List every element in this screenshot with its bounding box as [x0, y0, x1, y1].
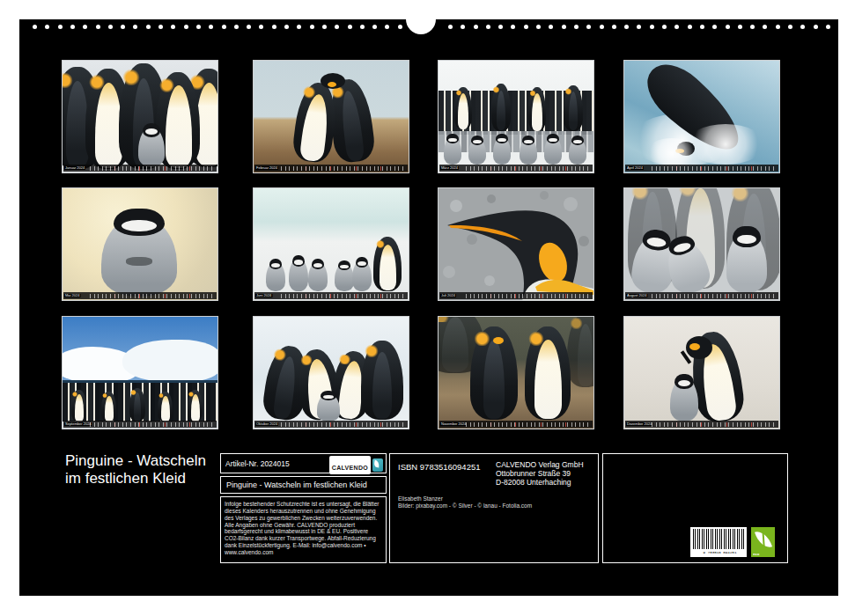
binding-hole: [461, 25, 465, 29]
binding-hole: [360, 25, 365, 29]
binding-hole: [297, 25, 301, 29]
calvendo-logo: CALVENDO: [329, 456, 383, 474]
photo-adult-leading-chicks: Juni 2024: [254, 188, 409, 300]
calvendo-logo-text: CALVENDO: [332, 465, 368, 471]
legal-text: Infolge bestehender Schutzrechte ist es …: [225, 501, 382, 556]
calvendo-logo-box: CALVENDO: [329, 456, 371, 474]
binding-hole: [96, 25, 100, 29]
binding-hole: [45, 25, 49, 29]
binding-hole: [763, 25, 767, 29]
eco-label: eco: [753, 553, 759, 556]
mini-calendar-month: September 2024: [64, 422, 92, 426]
publisher-address: CALVENDO Verlag GmbH Ottobrunner Straße …: [496, 460, 584, 487]
mini-calendar-strip: Juli 2024: [439, 292, 593, 299]
mini-calendar-strip: März 2024: [439, 165, 593, 172]
isbn-text: ISBN 9783516094251: [398, 462, 481, 472]
binding-hole: [247, 25, 251, 29]
binding-hole: [158, 25, 163, 29]
mini-calendar-strip: Februar 2024: [254, 165, 408, 172]
decorative-shape: [564, 85, 583, 131]
binding-hole: [108, 25, 113, 29]
binding-hole: [474, 25, 478, 29]
thumb-april: April 2024: [623, 60, 780, 173]
decorative-shape: [579, 236, 589, 246]
binding-hole: [70, 25, 75, 29]
photo-chick-closeup: Mai 2024: [63, 188, 217, 300]
binding-hole: [310, 25, 314, 29]
mini-calendar-month: Juni 2024: [255, 294, 272, 297]
mini-calendar-month: Dezember 2024: [626, 422, 652, 426]
calendar-back-cover: Januar 2024 Februar 2024: [0, 0, 855, 616]
binding-hole: [58, 25, 63, 29]
binding-hole: [222, 25, 226, 29]
decorative-shape: [450, 200, 462, 212]
binding-hole: [348, 25, 352, 29]
mini-calendar-strip: Mai 2024: [63, 292, 217, 299]
calendar-title-text: Pinguine - Watscheln im festlichen Kleid: [65, 452, 206, 488]
mini-calendar-month: April 2024: [626, 166, 644, 170]
binding-hole: [335, 25, 339, 29]
photo-colony-mountains: September 2024: [63, 317, 217, 429]
decorative-shape: [101, 392, 116, 422]
thumb-oktober: Oktober 2024: [253, 316, 409, 429]
binding-hole: [284, 25, 289, 29]
thumb-mai: Mai 2024: [62, 187, 218, 301]
leaf-icon: [755, 528, 772, 550]
binding-hole: [385, 25, 389, 29]
ean-barcode: 9 783516 094251: [690, 527, 747, 557]
mini-calendar-month: Oktober 2024: [255, 422, 278, 426]
mini-calendar-strip: April 2024: [625, 165, 778, 172]
photo-diving-penguin: April 2024: [624, 61, 779, 172]
decorative-shape: [439, 188, 593, 300]
barcode-bars: [693, 529, 744, 549]
legal-box: Infolge bestehender Schutzrechte ist es …: [220, 496, 387, 563]
eco-logo: eco: [751, 527, 775, 557]
decorative-shape: [352, 260, 372, 291]
product-info-boxes: Artikel-Nr. 2024015 CALVENDO Pinguine - …: [220, 453, 387, 563]
binding-hole: [700, 25, 704, 29]
binding-hole: [712, 25, 717, 29]
mini-calendar-month: Januar 2024: [64, 166, 85, 170]
binding-hole: [524, 25, 528, 29]
thumb-dezember: Dezember 2024: [623, 316, 780, 429]
binding-hole: [612, 25, 616, 29]
binding-hole: [146, 25, 151, 29]
decorative-shape: [540, 191, 549, 200]
photo-emperor-family-huddle: Oktober 2024: [254, 317, 409, 429]
binding-hole: [788, 25, 792, 29]
calendar-page: Januar 2024 Februar 2024: [19, 19, 838, 596]
decorative-shape: [335, 263, 354, 291]
binding-hole: [196, 25, 201, 29]
binding-hole: [171, 25, 175, 29]
thumb-juni: Juni 2024: [253, 187, 409, 301]
decorative-shape: [525, 326, 571, 420]
mini-calendar-month: März 2024: [440, 166, 459, 170]
decorative-shape: [444, 136, 461, 165]
calendar-title-box: Pinguine - Watscheln im festlichen Kleid: [220, 476, 387, 494]
mini-calendar-strip: Juni 2024: [254, 292, 408, 299]
calendar-title-small: Pinguine - Watscheln im festlichen Kleid: [226, 480, 367, 489]
binding-hole: [83, 25, 87, 29]
binding-hole: [234, 25, 239, 29]
decorative-shape: [528, 87, 546, 131]
decorative-shape: [122, 340, 217, 382]
publisher-street: Ottobrunner Straße 39: [496, 469, 584, 478]
decorative-shape: [328, 82, 336, 87]
photo-emperor-group-with-chick: Januar 2024: [63, 61, 217, 172]
mini-calendar-month: August 2024: [626, 294, 647, 297]
decorative-shape: [567, 317, 593, 387]
mini-calendar-month: November 2024: [440, 422, 467, 426]
binding-hole: [259, 25, 263, 29]
thumb-juli: Juli 2024: [438, 187, 594, 301]
decorative-shape: [493, 337, 504, 344]
decorative-shape: [544, 136, 562, 165]
decorative-shape: [289, 258, 308, 291]
hanger-notch: [406, 4, 436, 34]
decorative-shape: [520, 138, 537, 165]
binding-hole: [674, 25, 679, 29]
decorative-shape: [686, 124, 765, 165]
publisher-box: ISBN 9783516094251 CALVENDO Verlag GmbH …: [389, 453, 599, 563]
decorative-shape: [493, 136, 511, 165]
decorative-shape: [484, 275, 495, 286]
mini-calendar-strip: November 2024: [439, 421, 593, 428]
